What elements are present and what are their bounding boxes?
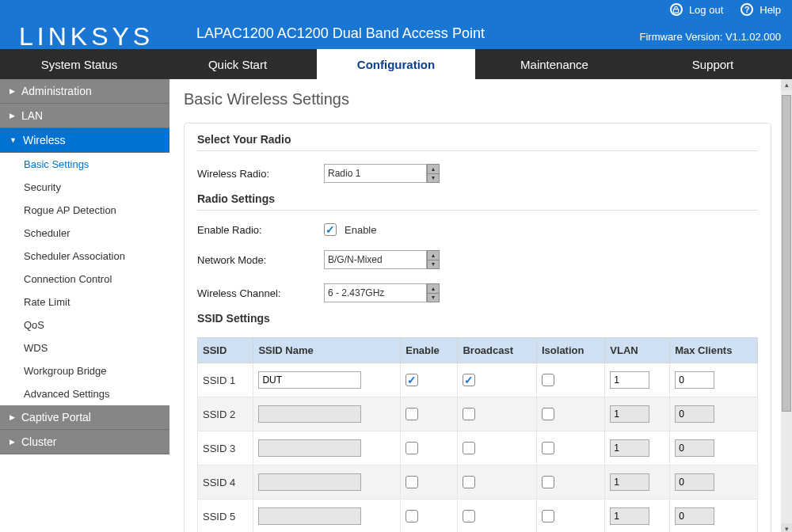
- sidebar-item-security[interactable]: Security: [0, 176, 169, 199]
- logo: LINKSYS: [19, 22, 154, 51]
- help-link[interactable]: Help: [760, 4, 781, 16]
- scroll-down-icon[interactable]: ▾: [781, 523, 792, 532]
- sidebar-item-wds[interactable]: WDS: [0, 336, 169, 359]
- ssid-broadcast-checkbox[interactable]: [463, 476, 475, 488]
- sidebar-section-label: Wireless: [23, 134, 66, 146]
- ssid-id: SSID 1: [198, 363, 253, 397]
- tab-maintenance[interactable]: Maintenance: [475, 49, 634, 79]
- wireless-radio-label: Wireless Radio:: [197, 168, 324, 180]
- column-ssid: SSID: [198, 338, 253, 363]
- table-row: SSID 3: [198, 431, 758, 466]
- firmware-version: Firmware Version: V1.1.02.000: [640, 31, 781, 43]
- sidebar-section-captive-portal[interactable]: ▶Captive Portal: [0, 405, 169, 430]
- sidebar-item-advanced-settings[interactable]: Advanced Settings: [0, 382, 169, 405]
- ssid-enable-checkbox[interactable]: [406, 374, 418, 386]
- ssid-name-input[interactable]: [258, 439, 361, 457]
- ssid-isolation-checkbox[interactable]: [542, 374, 554, 386]
- sidebar-section-label: Administration: [21, 85, 92, 97]
- sidebar-item-qos[interactable]: QoS: [0, 314, 169, 336]
- ssid-isolation-checkbox[interactable]: [542, 476, 554, 488]
- ssid-vlan-input[interactable]: [610, 507, 649, 525]
- sidebar-section-administration[interactable]: ▶Administration: [0, 79, 169, 104]
- ssid-vlan-input[interactable]: [610, 405, 649, 423]
- sidebar-item-workgroup-bridge[interactable]: Workgroup Bridge: [0, 359, 169, 382]
- scrollbar[interactable]: ▴ ▾: [781, 79, 792, 532]
- ssid-vlan-input[interactable]: [610, 371, 649, 389]
- ssid-isolation-checkbox[interactable]: [542, 442, 554, 454]
- ssid-table: SSIDSSID NameEnableBroadcastIsolationVLA…: [197, 337, 758, 532]
- enable-radio-checkbox[interactable]: [324, 223, 337, 236]
- svg-rect-0: [674, 9, 679, 13]
- chevron-right-icon: ▶: [10, 438, 15, 446]
- main-tabs: System StatusQuick StartConfigurationMai…: [0, 49, 792, 79]
- wireless-radio-stepper[interactable]: ▲▼: [427, 164, 440, 183]
- ssid-maxclients-input[interactable]: [675, 371, 714, 389]
- ssid-name-input[interactable]: [258, 405, 361, 423]
- scroll-thumb[interactable]: [782, 95, 791, 412]
- ssid-broadcast-checkbox[interactable]: [463, 442, 475, 454]
- column-enable: Enable: [401, 338, 458, 363]
- select-radio-heading: Select Your Radio: [197, 133, 758, 151]
- sidebar-section-cluster[interactable]: ▶Cluster: [0, 430, 169, 454]
- tab-configuration[interactable]: Configuration: [317, 49, 475, 79]
- column-broadcast: Broadcast: [458, 338, 537, 363]
- sidebar-item-connection-control[interactable]: Connection Control: [0, 268, 169, 291]
- scroll-up-icon[interactable]: ▴: [781, 79, 792, 90]
- ssid-broadcast-checkbox[interactable]: [463, 510, 475, 522]
- chevron-down-icon: ▼: [10, 136, 17, 144]
- lock-icon: [670, 3, 683, 16]
- wireless-channel-label: Wireless Channel:: [197, 287, 324, 299]
- ssid-enable-checkbox[interactable]: [406, 510, 418, 522]
- radio-settings-heading: Radio Settings: [197, 192, 758, 211]
- header-actions: Log out ? Help: [670, 3, 781, 16]
- ssid-id: SSID 3: [198, 431, 253, 466]
- table-row: SSID 4: [198, 466, 758, 500]
- wireless-radio-select[interactable]: Radio 1: [324, 164, 427, 183]
- sidebar-section-label: Captive Portal: [21, 411, 91, 424]
- table-row: SSID 1: [198, 363, 758, 397]
- column-max-clients: Max Clients: [670, 338, 758, 363]
- tab-support[interactable]: Support: [634, 49, 792, 79]
- network-mode-stepper[interactable]: ▲▼: [427, 250, 440, 269]
- logout-link[interactable]: Log out: [689, 4, 723, 16]
- product-name: LAPAC1200 AC1200 Dual Band Access Point: [196, 25, 485, 42]
- sidebar-item-scheduler-association[interactable]: Scheduler Association: [0, 245, 169, 268]
- sidebar: ▶Administration▶LAN▼WirelessBasic Settin…: [0, 79, 169, 532]
- ssid-maxclients-input[interactable]: [675, 507, 714, 525]
- ssid-settings-heading: SSID Settings: [197, 312, 758, 329]
- wireless-channel-stepper[interactable]: ▲▼: [427, 283, 440, 302]
- ssid-id: SSID 4: [198, 466, 253, 500]
- column-vlan: VLAN: [605, 338, 670, 363]
- ssid-broadcast-checkbox[interactable]: [463, 408, 475, 420]
- tab-quick-start[interactable]: Quick Start: [158, 49, 317, 79]
- chevron-right-icon: ▶: [10, 413, 15, 421]
- ssid-enable-checkbox[interactable]: [406, 442, 418, 454]
- ssid-maxclients-input[interactable]: [675, 439, 714, 457]
- ssid-enable-checkbox[interactable]: [406, 476, 418, 488]
- ssid-broadcast-checkbox[interactable]: [463, 374, 475, 386]
- network-mode-select[interactable]: B/G/N-Mixed: [324, 250, 427, 269]
- ssid-name-input[interactable]: [258, 371, 361, 389]
- tab-system-status[interactable]: System Status: [0, 49, 158, 79]
- ssid-maxclients-input[interactable]: [675, 405, 714, 423]
- ssid-maxclients-input[interactable]: [675, 473, 714, 491]
- ssid-enable-checkbox[interactable]: [406, 408, 418, 420]
- ssid-isolation-checkbox[interactable]: [542, 408, 554, 420]
- table-row: SSID 2: [198, 397, 758, 431]
- ssid-isolation-checkbox[interactable]: [542, 510, 554, 522]
- sidebar-item-basic-settings[interactable]: Basic Settings: [0, 153, 169, 176]
- sidebar-item-rate-limit[interactable]: Rate Limit: [0, 291, 169, 314]
- chevron-right-icon: ▶: [10, 112, 15, 120]
- ssid-name-input[interactable]: [258, 507, 361, 525]
- ssid-vlan-input[interactable]: [610, 439, 649, 457]
- sidebar-section-lan[interactable]: ▶LAN: [0, 104, 169, 128]
- sidebar-item-rogue-ap-detection[interactable]: Rogue AP Detection: [0, 199, 169, 222]
- column-ssid-name: SSID Name: [253, 338, 401, 363]
- sidebar-section-label: LAN: [21, 109, 43, 122]
- wireless-channel-select[interactable]: 6 - 2.437GHz: [324, 283, 427, 302]
- sidebar-item-scheduler[interactable]: Scheduler: [0, 222, 169, 245]
- sidebar-section-wireless[interactable]: ▼Wireless: [0, 128, 169, 153]
- ssid-name-input[interactable]: [258, 473, 361, 491]
- column-isolation: Isolation: [536, 338, 604, 363]
- ssid-vlan-input[interactable]: [610, 473, 649, 491]
